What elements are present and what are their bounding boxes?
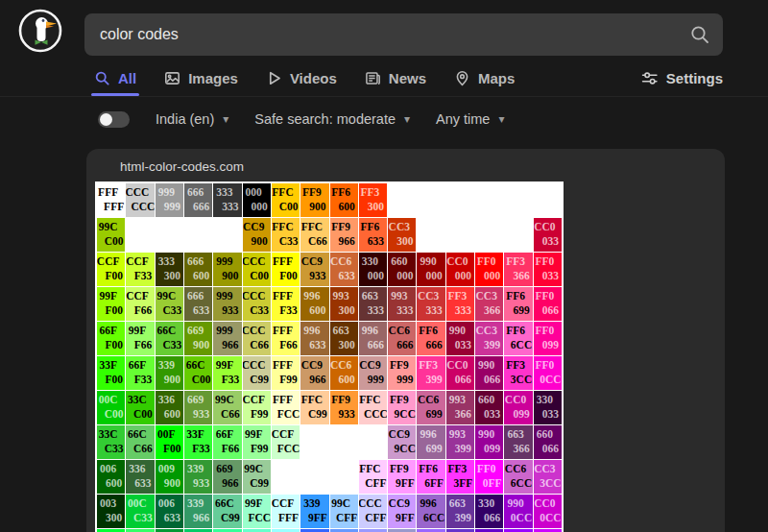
color-cell: FF3300 <box>359 183 387 217</box>
color-cell: CCFF00 <box>97 253 125 286</box>
color-cell: FF33CC <box>504 356 532 390</box>
duckduckgo-logo[interactable] <box>18 9 62 53</box>
empty-cell <box>300 460 328 494</box>
color-cell: FF9933 <box>330 391 358 424</box>
tab-news[interactable]: News <box>365 60 426 96</box>
safe-search-dropdown[interactable]: Safe search: moderate ▾ <box>254 111 410 127</box>
color-cell: CCFF99 <box>243 391 271 424</box>
color-cell: 336633 <box>126 460 154 494</box>
color-cell: 999900 <box>213 253 241 286</box>
color-cell: 996699 <box>417 425 444 459</box>
color-cell: FFFF66 <box>272 322 300 355</box>
result-image[interactable]: FFFFFFCCCCCC999999666666333333000000FFCC… <box>95 181 564 532</box>
empty-cell <box>446 218 474 252</box>
color-cell: 33CC33 <box>97 425 125 459</box>
empty-cell <box>446 183 474 217</box>
result-domain[interactable]: html-color-codes.com <box>86 149 725 174</box>
empty-cell <box>388 183 416 217</box>
newspaper-icon <box>365 70 381 86</box>
color-cell: 669966 <box>213 460 241 494</box>
color-cell: CC9966 <box>300 356 328 390</box>
color-cell: 996666 <box>359 322 387 355</box>
color-cell: 999933 <box>213 287 241 321</box>
color-cell: FFFF33 <box>272 287 300 321</box>
color-cell: FF66FF <box>417 460 444 494</box>
color-cell: 663399 <box>446 495 474 528</box>
color-cell: 99CC66 <box>213 391 241 424</box>
color-cell: CC00CC <box>534 495 562 528</box>
color-cell: 66FF66 <box>213 425 241 459</box>
color-cell: CCCC00 <box>243 253 271 286</box>
color-cell: CCFF33 <box>126 253 154 286</box>
color-cell: FF0066 <box>534 287 562 321</box>
tab-videos[interactable]: Videos <box>266 60 337 96</box>
region-dropdown[interactable]: India (en) ▾ <box>156 111 228 127</box>
color-cell: CCCCCC <box>126 183 154 217</box>
play-icon <box>266 70 282 86</box>
color-cell: 996633 <box>300 322 328 355</box>
tab-maps[interactable]: Maps <box>454 60 515 96</box>
color-cell: CC3366 <box>475 287 503 321</box>
color-cell: 66FF00 <box>97 322 125 355</box>
color-cell: CC6666 <box>388 322 416 355</box>
color-cell: 66CC33 <box>156 322 183 355</box>
color-cell: 336600 <box>156 391 183 424</box>
settings-button[interactable]: Settings <box>641 60 723 96</box>
color-cell: CC66CC <box>504 460 532 494</box>
color-cell: 00CC33 <box>126 495 154 528</box>
empty-cell <box>330 460 358 494</box>
empty-cell <box>300 425 328 459</box>
color-cell: 99CC00 <box>97 218 125 252</box>
color-cell: FF0000 <box>475 253 503 286</box>
color-cell: CCFFCC <box>272 425 300 459</box>
color-cell: 9900CC <box>504 495 532 528</box>
empty-cell <box>184 218 212 252</box>
empty-cell <box>475 218 503 252</box>
color-cell: 669900 <box>184 322 212 355</box>
toggle-knob <box>100 113 112 126</box>
color-cell: FF0099 <box>534 322 562 355</box>
color-cell: 006600 <box>97 460 125 494</box>
safe-search-label: Safe search: moderate <box>254 111 396 127</box>
color-cell: CC0033 <box>534 218 562 252</box>
tab-all[interactable]: All <box>94 60 136 96</box>
color-cell: 33FF00 <box>97 356 125 390</box>
color-cell: CCFFFF <box>272 495 300 528</box>
empty-cell <box>359 425 387 459</box>
picture-icon <box>164 70 180 86</box>
settings-label: Settings <box>666 70 723 86</box>
region-toggle[interactable] <box>98 111 130 128</box>
color-cell: 99FF00 <box>97 287 125 321</box>
color-cell: FFFF99 <box>272 356 300 390</box>
color-cell: FF6600 <box>330 183 358 217</box>
search-input[interactable] <box>84 13 723 56</box>
chevron-down-icon: ▾ <box>223 113 228 125</box>
color-cell: 333333 <box>213 183 241 217</box>
map-pin-icon <box>454 70 470 86</box>
color-cell: 663333 <box>359 287 387 321</box>
time-dropdown[interactable]: Any time ▾ <box>436 111 504 127</box>
color-cell: 66FF33 <box>126 356 154 390</box>
color-cell: CC6699 <box>417 391 444 424</box>
color-cell: FF9900 <box>300 183 328 217</box>
color-cell: 990033 <box>446 322 474 355</box>
color-cell: 99FF99 <box>243 425 271 459</box>
color-cell: 99FFCC <box>243 495 271 528</box>
chevron-down-icon: ▾ <box>404 113 410 125</box>
color-cell: 009900 <box>156 460 183 494</box>
tab-label: Videos <box>290 70 337 86</box>
color-cell: CC0066 <box>446 356 474 390</box>
color-cell: FF99CC <box>388 391 416 424</box>
empty-cell <box>534 183 562 217</box>
color-cell: 666600 <box>184 253 212 286</box>
color-cell: FF6699 <box>504 287 532 321</box>
color-cell: CC33CC <box>534 460 562 494</box>
color-cell: FF6633 <box>359 218 387 252</box>
search-icon[interactable] <box>688 23 711 46</box>
color-cell: FFCC66 <box>300 218 328 252</box>
color-cell: 66CC00 <box>184 356 212 390</box>
tab-images[interactable]: Images <box>164 60 238 96</box>
color-cell: 00FF00 <box>156 425 183 459</box>
color-cell: 003300 <box>97 495 125 528</box>
color-cell: 663366 <box>504 425 532 459</box>
